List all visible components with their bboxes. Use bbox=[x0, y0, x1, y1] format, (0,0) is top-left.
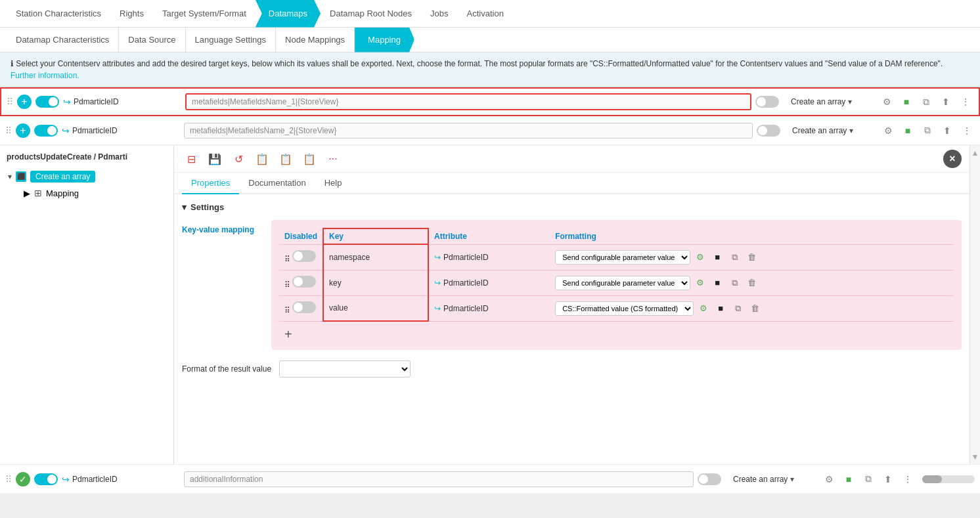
toggle-1[interactable] bbox=[35, 96, 59, 108]
settings-icon-1[interactable]: ⚙ bbox=[879, 94, 895, 110]
kv-drag-1[interactable]: ⠿ bbox=[284, 255, 290, 264]
toolbar-btn-paste[interactable]: 📋 bbox=[300, 150, 319, 168]
settings-icon-2[interactable]: ⚙ bbox=[880, 123, 896, 139]
toolbar-btn-reset[interactable]: ↺ bbox=[229, 150, 248, 168]
right-scrollbar[interactable]: ▲ ▼ bbox=[969, 146, 980, 464]
toolbar-btn-network[interactable]: ⊟ bbox=[182, 150, 200, 168]
tree-label-create-array[interactable]: Create an array bbox=[30, 171, 95, 183]
toggle-disabled-1[interactable] bbox=[755, 96, 779, 108]
kv-toggle-1[interactable] bbox=[292, 250, 316, 262]
green-icon-2[interactable]: ■ bbox=[900, 123, 916, 139]
scroll-down-icon[interactable]: ▼ bbox=[971, 452, 980, 462]
mapping-row-2: ⠿ + ↪ PdmarticleID Create an array ▾ ⚙ ■… bbox=[0, 116, 980, 145]
further-info-link[interactable]: Further information. bbox=[11, 71, 79, 80]
col-header-disabled: Disabled bbox=[279, 228, 323, 244]
fmt-settings-3[interactable]: ⚙ bbox=[696, 301, 711, 316]
key-field-1[interactable] bbox=[185, 93, 751, 110]
add-btn-2[interactable]: + bbox=[16, 123, 30, 138]
tab-help[interactable]: Help bbox=[315, 173, 351, 194]
settings-icon-bottom[interactable]: ⚙ bbox=[821, 471, 837, 487]
drag-handle-bottom[interactable]: ⠿ bbox=[5, 474, 12, 485]
tree-item-create-array[interactable]: ▾ ⬛ Create an array bbox=[7, 168, 167, 185]
kv-toggle-2[interactable] bbox=[292, 276, 316, 288]
tab-station-characteristics[interactable]: Station Characteristics bbox=[7, 0, 110, 28]
kv-toggle-3[interactable] bbox=[292, 301, 316, 313]
copy-icon-2[interactable]: ⧉ bbox=[920, 123, 935, 139]
settings-header[interactable]: ▾ Settings bbox=[182, 202, 962, 212]
kv-key-2 bbox=[323, 270, 428, 295]
scroll-up-icon[interactable]: ▲ bbox=[971, 148, 980, 158]
fmt-copy-1[interactable]: ■ bbox=[710, 250, 724, 265]
more-icon-1[interactable]: ⋮ bbox=[958, 94, 973, 110]
fmt-select-1[interactable]: Send configurable parameter value bbox=[555, 250, 690, 265]
tab-datamap-characteristics[interactable]: Datamap Characteristics bbox=[7, 28, 119, 53]
fmt-delete-2[interactable]: 🗑 bbox=[744, 276, 759, 290]
green-icon-1[interactable]: ■ bbox=[899, 94, 914, 110]
tree-item-mapping[interactable]: ▶ ⊞ Mapping bbox=[22, 185, 167, 201]
fmt-delete-1[interactable]: 🗑 bbox=[744, 250, 759, 265]
tab-datamap-root-nodes[interactable]: Datamap Root Nodes bbox=[321, 0, 421, 28]
fmt-settings-2[interactable]: ⚙ bbox=[693, 276, 707, 290]
create-array-btn-1[interactable]: Create an array ▾ bbox=[783, 95, 875, 109]
fmt-clone-1[interactable]: ⧉ bbox=[727, 250, 742, 265]
key-field-bottom[interactable] bbox=[184, 471, 694, 487]
create-array-btn-bottom[interactable]: Create an array ▾ bbox=[725, 472, 817, 486]
green-icon-bottom[interactable]: ■ bbox=[841, 471, 857, 487]
settings-label: Settings bbox=[190, 202, 224, 212]
fmt-copy-3[interactable]: ■ bbox=[713, 301, 728, 316]
attr-arrow-3: ↪ bbox=[434, 304, 441, 313]
more-icon-2[interactable]: ⋮ bbox=[959, 123, 975, 139]
tree-chevron-2: ▶ bbox=[24, 188, 30, 198]
create-array-btn-2[interactable]: Create an array ▾ bbox=[784, 123, 876, 138]
key-field-2[interactable] bbox=[184, 123, 753, 139]
tab-target-system[interactable]: Target System/Format bbox=[153, 0, 256, 28]
tab-node-mappings[interactable]: Node Mappings bbox=[276, 28, 355, 53]
mapping-area: ⠿ + ↪ PdmarticleID Create an array ▾ ⚙ ■… bbox=[0, 87, 980, 146]
cube-icon: ⬛ bbox=[16, 171, 26, 182]
drag-handle-2[interactable]: ⠿ bbox=[5, 125, 12, 136]
toggle-2[interactable] bbox=[34, 125, 58, 137]
kv-drag-3[interactable]: ⠿ bbox=[284, 306, 290, 315]
more-icon-bottom[interactable]: ⋮ bbox=[900, 471, 916, 487]
fmt-clone-3[interactable]: ⧉ bbox=[730, 301, 745, 316]
tab-jobs[interactable]: Jobs bbox=[421, 0, 457, 28]
kv-drag-2[interactable]: ⠿ bbox=[284, 280, 290, 290]
fmt-copy-2[interactable]: ■ bbox=[710, 276, 724, 290]
fmt-clone-2[interactable]: ⧉ bbox=[727, 276, 742, 290]
kv-key-input-2[interactable] bbox=[329, 278, 422, 288]
drag-handle-1[interactable]: ⠿ bbox=[7, 97, 13, 107]
toolbar-btn-copy2[interactable]: 📋 bbox=[277, 150, 295, 168]
copy-icon-1[interactable]: ⧉ bbox=[918, 94, 934, 110]
kv-fmt-2: Send configurable parameter value ⚙ ■ ⧉ … bbox=[550, 270, 954, 295]
tab-rights[interactable]: Rights bbox=[110, 0, 153, 28]
horizontal-scrollbar[interactable] bbox=[922, 475, 975, 483]
export-icon-1[interactable]: ⬆ bbox=[938, 94, 954, 110]
tab-activation[interactable]: Activation bbox=[458, 0, 513, 28]
toolbar-btn-copy1[interactable]: 📋 bbox=[253, 150, 271, 168]
format-result-select[interactable] bbox=[279, 360, 411, 378]
tab-properties[interactable]: Properties bbox=[182, 173, 239, 194]
tab-data-source[interactable]: Data Source bbox=[119, 28, 185, 53]
tab-mapping[interactable]: Mapping bbox=[355, 28, 414, 53]
kv-key-3 bbox=[323, 295, 428, 321]
toggle-bottom[interactable] bbox=[34, 473, 58, 485]
tab-documentation[interactable]: Documentation bbox=[239, 173, 315, 194]
kv-key-input-1[interactable] bbox=[329, 253, 422, 262]
fmt-delete-3[interactable]: 🗑 bbox=[747, 301, 762, 316]
export-icon-2[interactable]: ⬆ bbox=[939, 123, 955, 139]
toolbar-btn-save[interactable]: 💾 bbox=[206, 150, 224, 168]
fmt-select-3[interactable]: CS::Formatted value (CS formatted) bbox=[555, 301, 694, 316]
toolbar-btn-more[interactable]: ··· bbox=[324, 150, 342, 168]
fmt-select-2[interactable]: Send configurable parameter value bbox=[555, 276, 690, 290]
kv-key-input-3[interactable] bbox=[329, 303, 422, 313]
fmt-settings-1[interactable]: ⚙ bbox=[693, 250, 707, 265]
export-icon-bottom[interactable]: ⬆ bbox=[880, 471, 896, 487]
tab-datamaps[interactable]: Datamaps bbox=[256, 0, 321, 28]
toggle-disabled-bottom[interactable] bbox=[698, 473, 721, 485]
close-button[interactable]: × bbox=[943, 150, 962, 168]
copy-icon-bottom[interactable]: ⧉ bbox=[860, 471, 876, 487]
toggle-disabled-2[interactable] bbox=[757, 125, 780, 137]
tab-language-settings[interactable]: Language Settings bbox=[186, 28, 276, 53]
add-row-button[interactable]: + bbox=[284, 327, 292, 342]
add-btn-1[interactable]: + bbox=[17, 95, 32, 109]
